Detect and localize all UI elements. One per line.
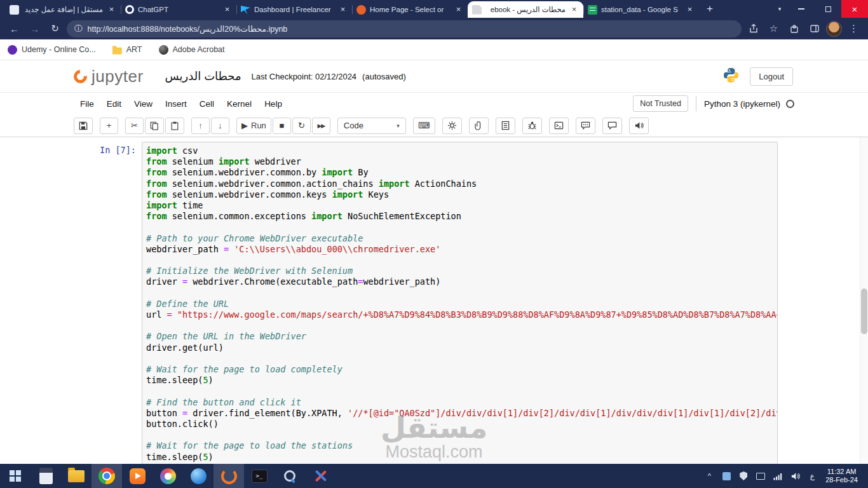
debugger-bug-button[interactable] [522, 118, 542, 134]
move-cell-up-button[interactable]: ↑ [191, 118, 210, 134]
tab-sheets[interactable]: station_data - Google S × [583, 1, 699, 18]
comment-button[interactable] [602, 118, 622, 134]
run-label: Run [251, 121, 266, 130]
tray-display-icon[interactable] [753, 464, 768, 488]
menu-insert[interactable]: Insert [159, 95, 193, 113]
tab-search-caret-icon[interactable]: ▾ [771, 6, 788, 12]
code-cell[interactable]: In [7]: import csvfrom selenium import w… [0, 137, 868, 464]
shield-icon [740, 471, 747, 480]
tab-close-icon[interactable]: × [222, 5, 232, 15]
browser-menu-kebab-icon[interactable]: ⋮ [845, 20, 862, 37]
forward-icon[interactable]: → [26, 20, 43, 37]
cell-type-value: Code [344, 121, 363, 130]
paste-cell-button[interactable] [165, 118, 184, 134]
url-input[interactable]: ⓘ http://localhost:8888/notebooks/محطات%… [67, 20, 742, 37]
move-cell-down-button[interactable]: ↓ [211, 118, 229, 134]
menu-edit[interactable]: Edit [100, 95, 128, 113]
taskbar-clock[interactable]: 11:32 AM 28-Feb-24 [822, 468, 864, 485]
menu-kernel[interactable]: Kernel [220, 95, 258, 113]
tab-close-icon[interactable]: × [454, 5, 463, 15]
sheets-favicon [588, 5, 597, 15]
blue-app-icon [722, 472, 731, 480]
site-info-icon[interactable]: ⓘ [74, 24, 83, 34]
speaker-button[interactable] [629, 118, 649, 134]
taskbar-paint[interactable] [153, 464, 183, 488]
restart-kernel-button[interactable]: ↻ [292, 118, 311, 134]
taskbar-media-player[interactable] [122, 464, 153, 488]
monitor-icon [756, 473, 765, 480]
tab-close-icon[interactable]: × [685, 5, 695, 15]
cell-type-dropdown[interactable]: Code ▾ [337, 118, 406, 134]
jupyter-logo-icon [71, 67, 90, 86]
menu-view[interactable]: View [128, 95, 159, 113]
profile-avatar[interactable] [826, 21, 842, 37]
start-button[interactable] [0, 464, 31, 488]
chat-dots-button[interactable] [576, 118, 595, 134]
bookmark-udemy[interactable]: Udemy - Online Co... [8, 45, 96, 55]
snippets-list-button[interactable] [496, 118, 515, 134]
hidden-icons-chevron[interactable]: ^ [702, 464, 717, 488]
bookmark-folder-art[interactable]: ART [112, 45, 142, 55]
taskbar-search-tool[interactable] [275, 464, 305, 488]
bookmarks-bar: Udemy - Online Co... ART Adobe Acrobat [0, 39, 868, 60]
taskbar-calculator[interactable] [31, 464, 61, 488]
reload-icon[interactable]: ↻ [46, 20, 64, 37]
tab-close-icon[interactable]: × [338, 5, 348, 15]
taskbar-jupyter[interactable] [214, 464, 244, 488]
save-button[interactable] [74, 118, 93, 134]
cut-cell-button[interactable]: ✂ [125, 118, 144, 134]
menu-help[interactable]: Help [258, 95, 288, 113]
command-palette-button[interactable]: ⌨ [413, 118, 435, 134]
nbextension-gear-button[interactable] [442, 118, 462, 134]
paperclip-button[interactable] [469, 118, 489, 134]
menu-cell[interactable]: Cell [193, 95, 220, 113]
tab-mostaql[interactable]: مستقل | إضافة عمل جديد × [5, 1, 121, 18]
scrollbar-thumb[interactable] [861, 288, 867, 334]
taskbar-chrome[interactable] [92, 464, 122, 488]
terminal-button[interactable] [549, 118, 569, 134]
volume-icon[interactable] [787, 464, 803, 488]
taskbar-snip-tool[interactable] [305, 464, 336, 488]
network-icon[interactable] [770, 464, 785, 488]
taskbar-file-explorer[interactable] [61, 464, 92, 488]
bookmark-adobe[interactable]: Adobe Acrobat [159, 45, 225, 55]
interrupt-kernel-button[interactable]: ■ [273, 118, 291, 134]
tray-security-icon[interactable] [736, 464, 751, 488]
jupyter-logo[interactable]: jupyter [74, 67, 144, 86]
side-panel-icon[interactable] [806, 20, 823, 37]
tray-app-icon[interactable] [719, 464, 734, 488]
notebook-title[interactable]: محطات الدريس [165, 69, 241, 83]
tab-notebook-active[interactable]: محطات الدريس - ebook × [468, 1, 583, 18]
copy-cell-button[interactable] [145, 118, 164, 134]
minimize-button[interactable] [788, 0, 815, 18]
not-trusted-button[interactable]: Not Trusted [633, 95, 688, 112]
screen: مستقل | إضافة عمل جديد × ChatGPT × Dashb… [0, 0, 868, 488]
home-page-favicon [356, 5, 366, 15]
run-button[interactable]: ▶ Run [236, 118, 271, 134]
extensions-puzzle-icon[interactable] [785, 20, 803, 37]
share-icon[interactable] [745, 20, 762, 37]
restore-icon [825, 6, 831, 12]
tab-chatgpt[interactable]: ChatGPT × [121, 1, 236, 18]
menu-file[interactable]: File [74, 95, 100, 113]
language-indicator[interactable]: ع [804, 464, 820, 488]
bookmark-star-icon[interactable]: ☆ [765, 20, 782, 37]
new-tab-button[interactable]: + [702, 1, 718, 17]
close-window-button[interactable]: × [841, 0, 868, 18]
code-editor[interactable]: import csvfrom selenium import webdriver… [142, 142, 778, 464]
add-cell-button[interactable]: + [100, 118, 118, 134]
taskbar-browser[interactable] [183, 464, 214, 488]
restart-run-all-button[interactable]: ▶▶ [312, 118, 330, 134]
restore-button[interactable] [815, 0, 841, 18]
tab-title: Dashboard | Freelancer [254, 6, 334, 13]
autosave-status: (autosaved) [362, 72, 406, 81]
logout-button[interactable]: Logout [750, 67, 793, 86]
taskbar-terminal[interactable] [244, 464, 275, 488]
tab-close-icon[interactable]: × [569, 5, 579, 15]
page-scrollbar[interactable] [860, 137, 868, 464]
tab-home-page[interactable]: Home Page - Select or × [352, 1, 468, 18]
tab-freelancer[interactable]: Dashboard | Freelancer × [236, 1, 352, 18]
back-icon[interactable]: ← [6, 20, 23, 37]
tab-close-icon[interactable]: × [107, 5, 116, 15]
command-prompt-icon [252, 470, 268, 483]
